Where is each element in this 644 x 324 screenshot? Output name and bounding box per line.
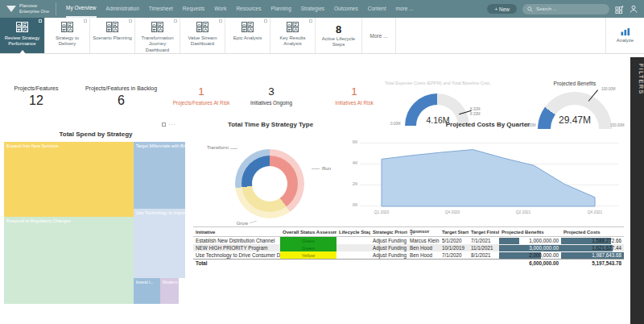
status-cell: Green [280, 244, 336, 251]
dashboard-icon [106, 22, 118, 35]
data-bar-cell: 1,621,627.44 [561, 244, 624, 251]
popout-icon[interactable] [84, 19, 87, 23]
tile-label: Value Stream Dashboard [180, 35, 225, 48]
popout-icon[interactable] [219, 19, 222, 23]
sort-arrow-icon: ▼ [410, 234, 437, 235]
cell-value [336, 251, 370, 260]
analyze-button[interactable]: Analyze [605, 18, 644, 53]
kpi-projects-features-at-risk[interactable]: 1Projects/Features At Risk [161, 85, 242, 106]
kpi-label: Projects/Features in Backlog [75, 85, 167, 91]
column-header-initiative[interactable]: Initiative [193, 227, 280, 237]
tile-label: Transformation Journey Dashboard [135, 35, 180, 54]
cell-value: Adjust Funding [370, 251, 407, 260]
column-header-target-start[interactable]: Target Start [440, 227, 469, 237]
table-total-row: Total6,000,000.005,197,543.78 [193, 260, 624, 268]
total-label: Total [193, 260, 280, 268]
visual-header-icons: ··· [162, 123, 176, 127]
focus-mode-icon[interactable] [162, 123, 166, 127]
popout-icon[interactable] [174, 19, 177, 23]
area-projected-costs: Projected Costs By Quarter 6M4M2M0M Q1 2… [348, 121, 628, 226]
kpi-value: 1 [161, 85, 242, 98]
nav-item-planning[interactable]: Planning [270, 0, 291, 18]
nav-item-timesheet[interactable]: Timesheet [149, 0, 173, 18]
nav-item-administration[interactable]: Administration [106, 0, 139, 18]
ribbon-tile-scenario-planning[interactable]: Scenario Planning [90, 18, 135, 53]
nav-item-work[interactable]: Work [214, 0, 226, 18]
nav-item-requests[interactable]: Requests [183, 0, 204, 18]
ribbon-tile-key-results-analysis[interactable]: Key Results Analysis [270, 18, 316, 53]
kpi-projects-features-in-backlog[interactable]: Projects/Features in Backlog6 [75, 85, 167, 108]
treemap-tile-label: Expand Into New Services [4, 142, 134, 148]
filters-panel-tab[interactable]: FILTERS [630, 57, 644, 324]
leader-line [312, 168, 320, 169]
table-row[interactable]: Establish New Distribution ChannelGreenA… [193, 237, 624, 245]
tile-label: Scenario Planning [91, 35, 134, 42]
kpi-projects-features[interactable]: Projects/Features12 [0, 85, 72, 108]
treemap-tile-label: Modern... [160, 278, 179, 285]
popout-icon[interactable] [129, 19, 132, 23]
column-header-projected-costs[interactable]: Projected Costs [561, 227, 624, 237]
cell-value: Ben Hood [407, 251, 440, 260]
nav-item-my-overview[interactable]: My Overview [66, 0, 97, 18]
planview-logo[interactable]: Planview Enterprise One [6, 2, 56, 15]
column-header-overall-status-assessment[interactable]: Overall Status Assessment [280, 227, 336, 237]
treemap-tiles: Expand Into New ServicesRespond to Regul… [4, 142, 188, 304]
kpi-initiatives-at-risk[interactable]: 1Initiatives At Risk [314, 85, 394, 106]
ribbon-tile-strategy-to-delivery[interactable]: Strategy to Delivery [45, 18, 90, 53]
cell-value [336, 237, 370, 245]
area-title: Projected Costs By Quarter [348, 121, 628, 128]
treemap-tile-5[interactable]: Modern... [160, 278, 179, 304]
planview-logo-icon [6, 6, 16, 12]
treemap-tile-1[interactable]: Respond to Regulatory Changes [4, 217, 134, 304]
popout-icon[interactable] [264, 19, 267, 23]
analyze-chart-icon [621, 28, 630, 36]
kpi-label: Initiatives Ongoing [239, 100, 303, 106]
dashboard-icon [151, 22, 163, 35]
kpi-initiatives-ongoing[interactable]: 3Initiatives Ongoing [239, 85, 303, 106]
search-icon [527, 6, 533, 12]
popout-icon[interactable] [309, 19, 312, 23]
search-input[interactable]: Search ... [522, 4, 609, 15]
more-options-icon[interactable]: ··· [168, 123, 176, 127]
active-lifecycle-steps-tile[interactable]: 8 Active Lifecycle Steps [316, 18, 362, 53]
kpi-value: 6 [75, 93, 167, 108]
dashboard-icon [61, 22, 73, 35]
treemap-tile-3[interactable]: Use Technology to Improve... [134, 209, 185, 277]
ribbon-tile-value-stream-dashboard[interactable]: Value Stream Dashboard [180, 18, 225, 53]
treemap-tile-4[interactable]: Invest i... [134, 278, 160, 304]
cell-value: 2,000,000.00 [502, 252, 559, 258]
nav-item-outcomes[interactable]: Outcomes [334, 0, 358, 18]
nav-item-strategies[interactable]: Strategies [301, 0, 324, 18]
cell-value: 1,987,643.68 [564, 252, 621, 258]
nav-item-resources[interactable]: Resources [236, 0, 261, 18]
ribbon-more-button[interactable]: More ... [362, 18, 396, 53]
cell-value: 1,588,272.66 [564, 238, 621, 243]
column-header-strategic-priority[interactable]: Strategic Priority [370, 227, 407, 237]
cell-value: 1,000,000.00 [502, 238, 559, 243]
ribbon-tile-transformation-journey-dashboard[interactable]: Transformation Journey Dashboard [135, 18, 180, 53]
apps-grid-icon[interactable] [615, 5, 624, 14]
nav-item-more[interactable]: more ... [395, 0, 413, 18]
donut-label-run: Run [322, 166, 331, 171]
data-bar-cell: 2,000,000.00 [499, 251, 561, 260]
empty-cell [370, 260, 407, 268]
nav-item-content[interactable]: Content [368, 0, 386, 18]
column-header-projected-benefits[interactable]: Projected Benefits [499, 227, 561, 237]
column-header-sponsor[interactable]: Sponsor▼ [407, 227, 440, 237]
filters-label: FILTERS [630, 64, 644, 95]
table-row[interactable]: Use Technology to Drive Consumer DemandY… [193, 251, 624, 260]
ribbon-tile-epic-analysis[interactable]: Epic Analysis [225, 18, 270, 53]
kpi-label: Projects/Features At Risk [161, 100, 242, 106]
new-button[interactable]: + New [487, 4, 517, 14]
column-header-lifecycle-stage[interactable]: Lifecycle Stage [336, 227, 370, 237]
treemap-tile-2[interactable]: Target Millennials with Bra... [134, 142, 185, 209]
area-plot[interactable] [360, 140, 619, 208]
initiatives-table: InitiativeOverall Status AssessmentLifec… [193, 226, 624, 267]
ribbon-tile-review-strategy-performance[interactable]: Review Strategy Performance [0, 18, 45, 53]
column-header-target-finish[interactable]: Target Finish [469, 227, 499, 237]
cell-value: 3,000,000.00 [502, 245, 559, 251]
treemap-tile-0[interactable]: Expand Into New Services [4, 142, 134, 217]
table-row[interactable]: NEW HIGH PRIORITY ProgramGreenAdjust Fun… [193, 244, 624, 251]
popout-icon[interactable] [39, 19, 42, 23]
user-profile-icon[interactable] [630, 5, 638, 13]
